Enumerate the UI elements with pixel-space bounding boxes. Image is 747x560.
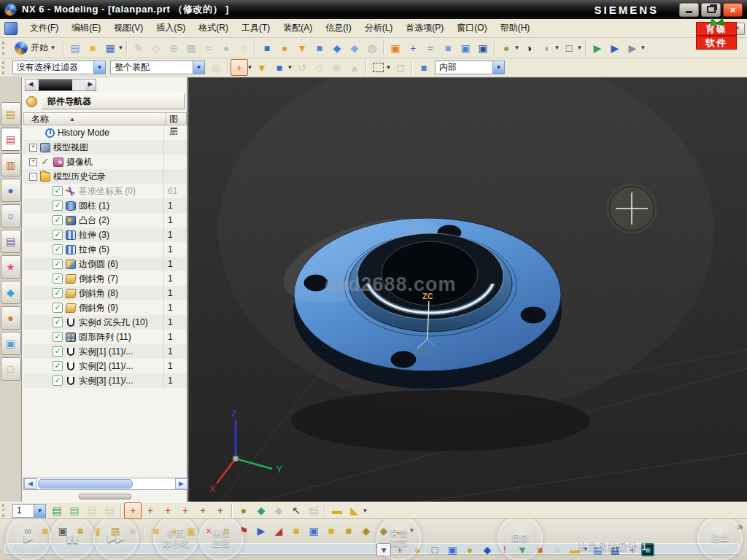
player-next-button[interactable]: ▶▶ xyxy=(93,519,139,560)
marquee-select-icon[interactable] xyxy=(369,59,387,76)
tree-row-6[interactable]: ✓凸台 (2)1 xyxy=(23,213,187,228)
grid-icon[interactable]: ▦ xyxy=(182,39,200,56)
roles-tab[interactable]: ● xyxy=(1,306,21,330)
tree-row-5[interactable]: ✓圆柱 (1)1 xyxy=(23,198,187,213)
tree-row-2[interactable]: +✓摄像机 xyxy=(23,155,187,169)
window-cascade-icon[interactable]: ▣ xyxy=(457,39,474,56)
tree-row-1[interactable]: +模型视图 xyxy=(23,140,187,155)
tree-row-13[interactable]: ✓实例d 沉头孔 (10)1 xyxy=(23,315,187,330)
menu-item-4[interactable]: 格式(R) xyxy=(192,20,235,36)
feature-label[interactable]: 凸台 (2) xyxy=(79,214,109,227)
tree-row-4[interactable]: ✓基准坐标系 (0)61 xyxy=(23,184,187,198)
crosshair-cursor[interactable] xyxy=(608,184,656,233)
column-name[interactable]: 名称 xyxy=(24,113,49,125)
feature-label[interactable]: 拉伸 (5) xyxy=(79,244,109,256)
history-tab[interactable]: ○ xyxy=(1,204,21,228)
player-catalog-button[interactable]: 目录 xyxy=(498,519,543,560)
feature-checkbox[interactable]: ✓ xyxy=(53,376,63,386)
slope-icon[interactable]: ◢ xyxy=(270,522,287,539)
panel-splitter-handle[interactable] xyxy=(79,494,131,499)
feature-label[interactable]: 边倒圆 (6) xyxy=(79,258,118,271)
interpart-link-icon[interactable]: ◎ xyxy=(207,59,225,76)
scroll-right-arrow[interactable]: ▶ xyxy=(175,478,187,489)
graphics-viewport[interactable]: ZC XC cad2688.com Z Y X xyxy=(188,77,747,502)
orient-view-icon[interactable]: ▣ xyxy=(387,39,404,56)
menu-item-7[interactable]: 信息(I) xyxy=(319,20,357,36)
plane-tool-icon[interactable]: ■ xyxy=(271,59,288,76)
pin-icon[interactable] xyxy=(26,96,37,107)
menu-item-6[interactable]: 装配(A) xyxy=(276,20,319,36)
expand-icon[interactable]: + xyxy=(29,158,37,166)
tree-row-16[interactable]: ✓实例[2] (11)/...1 xyxy=(23,359,187,373)
sort-ascending-icon[interactable]: ▲ xyxy=(69,116,75,122)
feature-label[interactable]: 实例[1] (11)/... xyxy=(79,346,133,358)
column-layer[interactable]: 图层 xyxy=(166,113,186,125)
revolve-icon[interactable]: ● xyxy=(276,39,293,56)
constraint-navigator-tab[interactable]: ▥ xyxy=(1,153,21,176)
render-style-icon[interactable]: ◑ xyxy=(520,39,538,56)
tree-row-17[interactable]: ✓实例[3] (11)/...1 xyxy=(23,373,187,388)
system-scenes-tab[interactable]: ◆ xyxy=(1,281,21,304)
feature-label[interactable]: 圆形阵列 (11) xyxy=(79,331,131,343)
toolbar-drag-handle[interactable] xyxy=(2,61,7,74)
toolbar-drag-handle[interactable] xyxy=(2,42,7,55)
line-icon[interactable]: ● xyxy=(217,39,235,56)
feature-checkbox[interactable]: ✓ xyxy=(53,361,63,371)
player-volume-button[interactable]: 音量调节 xyxy=(376,519,422,560)
player-exit-button[interactable]: 退出 xyxy=(697,519,743,560)
materials-tab[interactable]: □ xyxy=(1,357,21,381)
scroll-left-arrow[interactable]: ◀ xyxy=(24,478,36,489)
feature-e-icon[interactable]: ■ xyxy=(322,522,340,539)
tree-row-11[interactable]: ✓倒斜角 (8)1 xyxy=(23,286,187,300)
wire-cube-icon[interactable]: □ xyxy=(392,59,409,76)
squares-path-icon[interactable]: □ xyxy=(426,541,444,558)
feature-checkbox[interactable]: ✓ xyxy=(53,332,63,342)
pull-face-icon[interactable]: ▶ xyxy=(606,39,624,56)
player-play-button[interactable]: ▶ xyxy=(6,519,51,560)
feature-checkbox[interactable]: ✓ xyxy=(53,215,63,225)
wcs-display-icon[interactable]: + xyxy=(194,502,212,519)
toolbar-drag-handle[interactable] xyxy=(2,504,7,517)
offset-region-icon[interactable]: ▶ xyxy=(624,39,641,56)
feature-label[interactable]: 实例[3] (11)/... xyxy=(79,375,133,387)
player-pause-button[interactable]: ▮▮ xyxy=(50,519,95,560)
part-navigator-tab[interactable]: ▤ xyxy=(1,128,21,151)
undo-icon[interactable]: ↺ xyxy=(293,59,311,76)
feature-f-icon[interactable]: ■ xyxy=(340,522,357,539)
navigate-icon[interactable]: ◆ xyxy=(252,502,270,519)
chevron-down-icon[interactable]: ▼ xyxy=(193,61,204,74)
menu-item-10[interactable]: 窗口(O) xyxy=(450,20,493,36)
feature-checkbox[interactable]: ✓ xyxy=(53,201,63,211)
inspect-icon[interactable]: ◆ xyxy=(270,502,287,519)
slider-left-arrow[interactable]: ◀ xyxy=(26,79,36,90)
feature-label[interactable]: 模型视图 xyxy=(53,141,88,154)
wcs-origin-icon[interactable]: + xyxy=(177,502,194,519)
rotate-point-icon[interactable]: ⊕ xyxy=(328,59,346,76)
slider-track[interactable] xyxy=(36,79,85,90)
save-icon[interactable]: ▦ xyxy=(101,39,119,56)
move-to-layer-icon[interactable]: ▤ xyxy=(101,502,118,519)
view-csys-icon[interactable]: + xyxy=(404,39,422,56)
resource-bar-slider[interactable]: ◀ ▶ xyxy=(25,79,96,91)
touch-select-icon[interactable]: ◇ xyxy=(311,59,328,76)
point-icon[interactable]: ⊕ xyxy=(165,39,182,56)
unite-icon[interactable]: ◆ xyxy=(328,39,346,56)
start-menu-button[interactable]: 开始 ▼ xyxy=(10,40,61,56)
wcs-orient-icon[interactable]: + xyxy=(159,502,177,519)
slider-thumb[interactable] xyxy=(39,79,72,90)
internet-explorer-tab[interactable]: ● xyxy=(1,179,21,202)
feature-label[interactable]: 倒斜角 (9) xyxy=(79,302,118,314)
tree-row-8[interactable]: ✓拉伸 (5)1 xyxy=(23,242,187,257)
hole-feature-icon[interactable]: ▼ xyxy=(293,39,311,56)
feature-checkbox[interactable]: ✓ xyxy=(53,288,63,298)
feature-label[interactable]: 拉伸 (3) xyxy=(79,229,109,241)
palette-tab[interactable]: ▤ xyxy=(1,230,21,253)
boss-feature-icon[interactable]: ■ xyxy=(311,39,328,56)
feature-label[interactable]: 实例d 沉头孔 (10) xyxy=(79,316,148,329)
layer-category-icon[interactable]: ▤ xyxy=(83,502,101,519)
wcs-save-icon[interactable]: + xyxy=(212,502,229,519)
work-part-icon[interactable]: ■ xyxy=(415,59,433,76)
extent-combo[interactable]: 内部 ▼ xyxy=(435,61,505,74)
expand-icon[interactable]: + xyxy=(29,144,37,152)
feature-checkbox[interactable]: ✓ xyxy=(53,230,63,240)
